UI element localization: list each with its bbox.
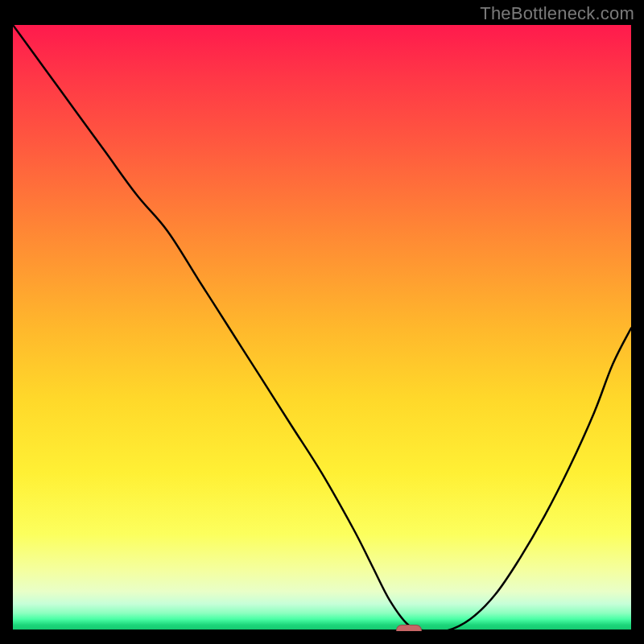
bottleneck-curve-path [13, 25, 631, 631]
chart-baseline [13, 630, 631, 631]
chart-frame [8, 20, 636, 636]
bottleneck-curve [13, 25, 631, 631]
chart-plot-area [13, 25, 631, 631]
optimal-point-marker [396, 625, 422, 631]
